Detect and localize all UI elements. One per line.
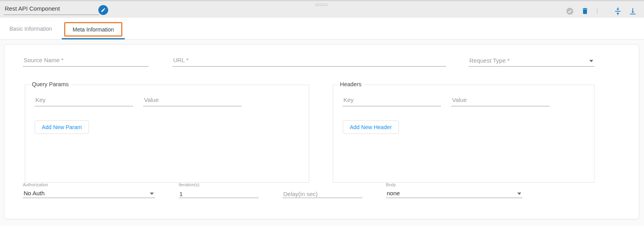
download-icon [629,7,637,15]
rest-api-component-screen: Basic Information Meta Information Reque… [0,0,644,226]
approve-button[interactable] [563,4,576,18]
header-value-input[interactable] [451,94,550,106]
request-type-placeholder: Request Type * [469,57,509,64]
iterations-field: Iteration(s) [179,182,259,198]
delay-field [282,182,362,198]
chevron-down-icon [517,193,521,195]
meta-information-panel: Request Type * Query Params Add New Para… [4,44,639,219]
tab-bar: Basic Information Meta Information [0,18,644,40]
authorization-select[interactable]: No Auth [23,188,155,198]
tab-basic-information[interactable]: Basic Information [9,18,52,39]
request-type-select[interactable]: Request Type * [469,55,594,67]
active-tab-indicator [62,38,125,39]
collapse-panel-button[interactable] [611,4,624,18]
download-button[interactable] [626,4,639,18]
url-input[interactable] [172,55,446,67]
check-circle-icon [566,7,574,15]
more-options-button[interactable] [590,4,604,18]
tab-meta-information[interactable]: Meta Information [64,22,122,37]
iterations-input[interactable] [179,188,259,198]
chevron-down-icon [150,193,154,195]
body-select[interactable]: none [386,188,522,198]
authorization-value: No Auth [24,190,44,196]
header-key-input[interactable] [343,94,441,106]
chevron-down-icon [589,60,593,62]
body-value: none [387,190,400,196]
body-field: Body none [386,182,522,198]
delete-button[interactable] [578,4,592,18]
add-new-param-button[interactable]: Add New Param [35,120,89,134]
vertical-align-center-icon [614,7,622,15]
trash-icon [581,7,589,15]
panel-drag-handle[interactable] [315,3,327,6]
headers-group: Headers Add New Header [333,85,594,183]
headers-legend: Headers [338,81,364,87]
component-topbar [0,0,644,18]
authorization-label: Authorization [23,182,155,188]
component-title-input[interactable] [4,4,99,15]
more-vertical-dots-icon [594,7,601,15]
body-label: Body [386,182,522,188]
query-param-key-input[interactable] [35,94,133,106]
query-params-legend: Query Params [30,81,70,87]
pencil-edit-icon [101,7,106,13]
authorization-field: Authorization No Auth [23,182,155,198]
delay-input[interactable] [282,188,362,198]
query-params-group: Query Params Add New Param [25,85,309,183]
delay-label-spacer [282,182,362,188]
iterations-label: Iteration(s) [179,182,259,188]
source-name-input[interactable] [23,55,149,67]
edit-title-button[interactable] [98,5,108,15]
add-new-header-button[interactable]: Add New Header [343,120,399,134]
query-param-value-input[interactable] [143,94,242,106]
